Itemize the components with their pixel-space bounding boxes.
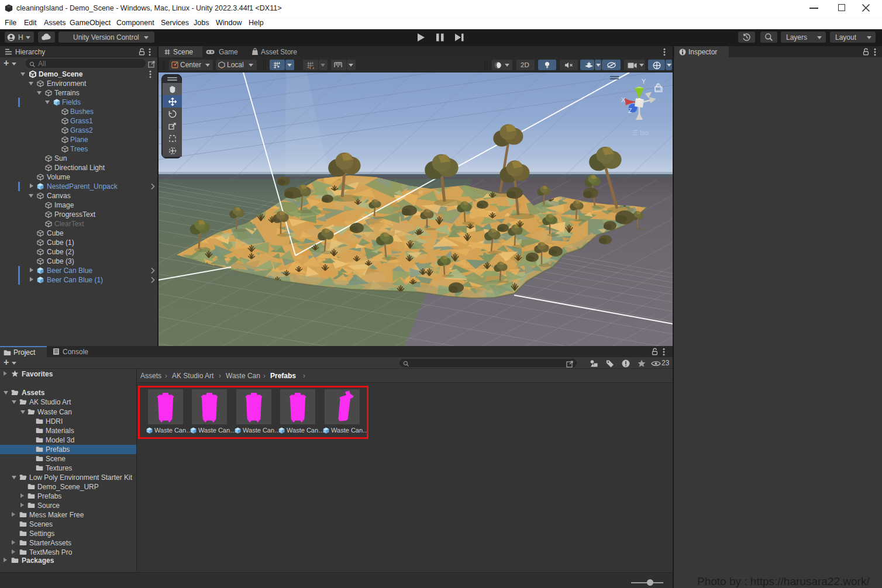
svg-text:X: X (621, 96, 625, 103)
svg-text:☰ Iso: ☰ Iso (632, 129, 649, 136)
svg-text:Y: Y (642, 78, 646, 85)
svg-text:Z: Z (628, 107, 632, 114)
